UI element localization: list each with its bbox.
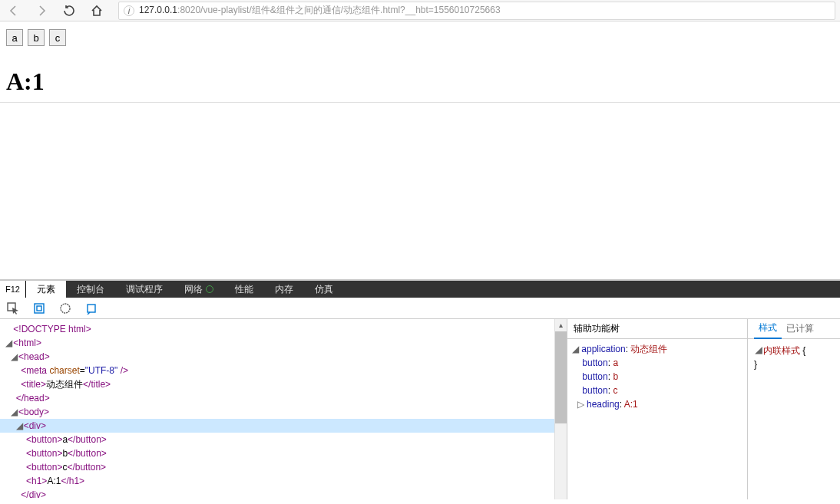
dom-meta[interactable]: <meta charset="UTF-8" /> [0, 364, 567, 377]
site-info-icon[interactable]: i [124, 5, 134, 16]
a11y-button-a[interactable]: button: a [569, 356, 746, 370]
page-viewport: abc A:1 [0, 21, 840, 103]
devtools-tabbar: F12 元素 控制台 调试程序 网络 性能 内存 仿真 [0, 281, 840, 298]
style-rule-inline[interactable]: ◢内联样式 { [754, 344, 834, 357]
scroll-up-icon[interactable]: ▴ [555, 319, 567, 331]
devtools-panel: F12 元素 控制台 调试程序 网络 性能 内存 仿真 <!DOCTYPE ht… [0, 279, 840, 499]
style-rule-close: } [754, 357, 834, 371]
dom-btn-a[interactable]: <button>a</button> [0, 433, 567, 446]
dom-btn-b[interactable]: <button>b</button> [0, 446, 567, 460]
dom-doctype[interactable]: <!DOCTYPE html> [0, 322, 567, 336]
svg-rect-4 [88, 305, 95, 312]
dom-title[interactable]: <title>动态组件</title> [0, 377, 567, 391]
tab-elements[interactable]: 元素 [26, 281, 66, 298]
dom-h1[interactable]: <h1>A:1</h1> [0, 474, 567, 488]
color-picker-tool[interactable] [78, 298, 104, 319]
scroll-thumb[interactable] [555, 331, 567, 423]
a11y-heading[interactable]: ▷ heading: A:1 [569, 397, 746, 411]
nav-back-button[interactable] [0, 0, 28, 21]
button-row: abc [6, 28, 834, 48]
highlight-tool[interactable] [26, 298, 52, 319]
dom-html[interactable]: ◢<html> [0, 336, 567, 350]
tab-memory[interactable]: 内存 [264, 281, 304, 298]
dom-head[interactable]: ◢<head> [0, 350, 567, 364]
viewport-whitespace [0, 103, 840, 279]
dom-div-close[interactable]: </div> [0, 488, 567, 499]
dom-div[interactable]: ◢<div> [0, 419, 567, 433]
styles-panel: 样式 已计算 ◢内联样式 { } [748, 319, 840, 499]
nav-forward-button[interactable] [28, 0, 55, 21]
styles-tab-computed[interactable]: 已计算 [782, 322, 819, 335]
nav-refresh-button[interactable] [55, 0, 83, 21]
dom-btn-c[interactable]: <button>c</button> [0, 460, 567, 474]
dom-head-close[interactable]: </head> [0, 391, 567, 405]
styles-tab-styles[interactable]: 样式 [754, 319, 782, 339]
f12-label: F12 [0, 281, 26, 298]
a11y-panel: 辅助功能树 ◢ application: 动态组件 button: a butt… [567, 319, 748, 499]
button-c[interactable]: c [49, 29, 66, 46]
a11y-application[interactable]: ◢ application: 动态组件 [569, 342, 746, 356]
browser-toolbar: i 127.0.0.1:8020/vue-playlist/组件&组件之间的通信… [0, 0, 840, 21]
styles-tabbar: 样式 已计算 [748, 319, 840, 339]
elements-panel[interactable]: <!DOCTYPE html> ◢<html> ◢<head> <meta ch… [0, 319, 567, 499]
address-bar[interactable]: i 127.0.0.1:8020/vue-playlist/组件&组件之间的通信… [118, 2, 835, 20]
button-b[interactable]: b [28, 29, 45, 46]
a11y-button-c[interactable]: button: c [569, 384, 746, 397]
url-text: 127.0.0.1:8020/vue-playlist/组件&组件之间的通信/动… [139, 4, 501, 17]
button-a[interactable]: a [6, 29, 23, 46]
devtools-body: <!DOCTYPE html> ◢<html> ◢<head> <meta ch… [0, 319, 840, 499]
svg-rect-2 [37, 306, 41, 311]
elements-scrollbar[interactable]: ▴ [554, 319, 567, 499]
tab-debugger[interactable]: 调试程序 [115, 281, 174, 298]
devtools-toolbar [0, 298, 840, 319]
nav-home-button[interactable] [83, 0, 111, 21]
a11y-title: 辅助功能树 [567, 319, 747, 339]
record-icon [206, 285, 213, 293]
tab-network[interactable]: 网络 [174, 281, 224, 298]
a11y-button-b[interactable]: button: b [569, 370, 746, 384]
tab-performance[interactable]: 性能 [224, 281, 264, 298]
dom-body[interactable]: ◢<body> [0, 405, 567, 419]
svg-point-3 [61, 304, 70, 313]
tab-emulation[interactable]: 仿真 [304, 281, 344, 298]
tab-console[interactable]: 控制台 [66, 281, 115, 298]
select-element-tool[interactable] [0, 298, 26, 319]
svg-rect-1 [35, 304, 44, 313]
page-heading: A:1 [6, 48, 834, 96]
a11y-tool[interactable] [52, 298, 78, 319]
